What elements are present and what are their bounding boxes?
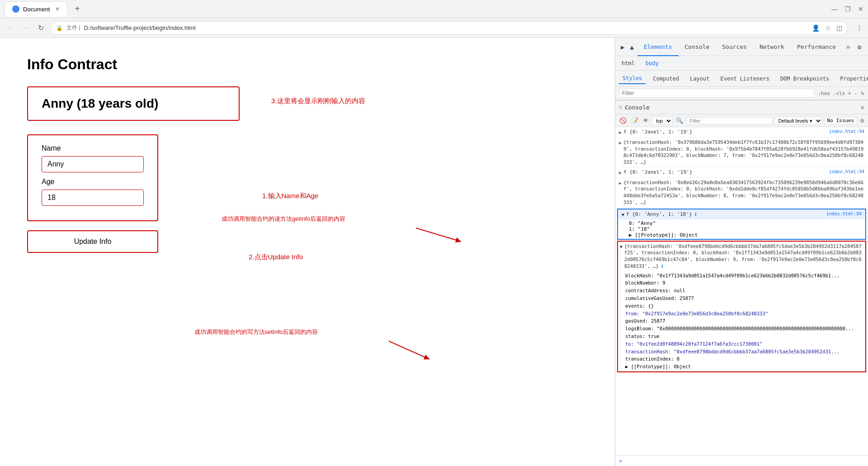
default-levels-select[interactable]: Default levels ▾: [774, 117, 822, 125]
styles-tab-dom-breakpoints[interactable]: DOM Breakpoints: [777, 74, 833, 84]
restore-button[interactable]: ❐: [845, 5, 851, 13]
annotation-write-result: 成功调用智能合约的写方法setInfo后返回的内容: [194, 328, 318, 336]
address-bar: ← → ↻ 🔒 文件 | D:/software/Truffle-project…: [0, 18, 868, 38]
read-arrow: [416, 219, 470, 246]
tab-favicon: [12, 5, 19, 13]
browser-titlebar: Document ✕ + — ❐ ✕: [0, 0, 868, 18]
console-header: ⠿ Console ✕: [615, 100, 868, 114]
expand-arrow[interactable]: ▶: [619, 140, 622, 146]
new-tab-button[interactable]: +: [71, 4, 84, 14]
tab-elements[interactable]: Elements: [637, 38, 679, 56]
page-title: Info Contract: [27, 56, 588, 73]
styles-tab-layout[interactable]: Layout: [686, 74, 713, 84]
display-box: Anny (18 years old): [27, 86, 240, 121]
styles-tab-styles[interactable]: Styles: [619, 73, 646, 84]
star-icon[interactable]: ☆: [825, 24, 831, 32]
expand-arrow[interactable]: ▶: [619, 129, 622, 136]
tab-console[interactable]: Console: [679, 38, 716, 56]
console-filter-icon[interactable]: 🔍: [675, 116, 684, 125]
console-entry: ▶ f {0: 'Janel', 1: '19'} index.html:94: [615, 167, 868, 178]
address-input[interactable]: 🔒 文件 | D:/software/Truffle-project/begin…: [50, 21, 848, 35]
annotation-read-result: 成功调用智能合约的读方法getInfo后返回的内容: [222, 214, 345, 223]
extensions-icon[interactable]: ◫: [836, 24, 842, 32]
address-icons: 👤 ☆ ◫: [812, 24, 842, 32]
forward-button[interactable]: →: [21, 22, 32, 34]
dom-body[interactable]: body: [643, 58, 661, 68]
transaction-details: blockHash: "0x1f71343a9d051a1547a4cd49f0…: [618, 271, 865, 371]
console-entry-expanded: 0: "Anny" 1: "18" ▶ [[Prototype]]: Objec…: [618, 219, 865, 239]
console-text: f {0: 'Janel', 1: '19'}: [623, 169, 827, 176]
expand-arrow[interactable]: ▼: [622, 212, 624, 218]
console-source-link[interactable]: index.html:94: [826, 211, 862, 217]
form-section: Name Age: [27, 134, 158, 221]
close-button[interactable]: ✕: [858, 5, 863, 13]
tab-network[interactable]: Network: [753, 38, 791, 56]
annotation-step3: 3.这里将会显示刚刚输入的内容: [271, 97, 365, 105]
styles-tab-properties[interactable]: Properties: [836, 74, 868, 84]
console-entry-transaction: ▼ {transactionHash: '0xdfeee8798bddcd9d6…: [618, 242, 865, 271]
devtools-panel: ▶ ▲ Elements Console Sources Network Per…: [615, 38, 868, 466]
console-entry: ▶ {transactionHash: '0x379686da3e7595434…: [615, 138, 868, 167]
console-settings-icon[interactable]: ⚙: [859, 116, 865, 125]
dom-bar: html body: [615, 56, 868, 71]
console-close-button[interactable]: ✕: [861, 104, 864, 111]
console-drag-icon[interactable]: ⠿: [619, 105, 622, 110]
styles-tab-event-listeners[interactable]: Event Listeners: [717, 74, 773, 84]
browser-menu-icon[interactable]: ⋮: [856, 24, 863, 32]
more-tabs-button[interactable]: »: [842, 43, 854, 51]
hov-cls-label: :hov .cls + -: [818, 90, 857, 96]
console-text: {transactionHash: '0xdfeee8798bddcd9d6cb…: [624, 243, 863, 270]
console-source-link[interactable]: index.html:94: [829, 169, 864, 175]
window-controls: — ❐ ✕: [831, 5, 863, 13]
main-content: Info Contract Anny (18 years old) Name A…: [0, 38, 868, 466]
console-entry: ▶ f {0: 'Janel', 1: '19'} index.html:94: [615, 127, 868, 138]
styles-filter-input[interactable]: [619, 89, 814, 98]
expand-arrow[interactable]: ▶: [619, 180, 622, 186]
expand-arrow[interactable]: ▼: [620, 244, 623, 250]
tab-title: Document: [23, 6, 50, 13]
styles-bar: Styles Computed Layout Event Listeners D…: [615, 71, 868, 87]
console-text: f {0: 'Janel', 1: '19'}: [623, 128, 827, 135]
filter-bar: :hov .cls + - ✎: [615, 87, 868, 100]
tab-sources[interactable]: Sources: [716, 38, 753, 56]
console-eye-icon[interactable]: 👁: [642, 116, 650, 125]
tab-close-button[interactable]: ✕: [55, 6, 60, 12]
console-output[interactable]: ▶ f {0: 'Janel', 1: '19'} index.html:94 …: [615, 127, 868, 455]
tab-performance[interactable]: Performance: [791, 38, 842, 56]
svg-line-0: [416, 228, 461, 242]
settings-icon[interactable]: ⚙: [856, 42, 863, 52]
minimize-button[interactable]: —: [831, 5, 838, 13]
console-filter-input[interactable]: [686, 117, 773, 124]
console-source-link[interactable]: index.html:94: [829, 128, 864, 135]
inspect-icon[interactable]: ▶: [619, 42, 626, 52]
dom-html[interactable]: html: [619, 58, 637, 68]
styles-tab-computed[interactable]: Computed: [649, 74, 683, 84]
annotation-step2: 2.点击Update Info: [249, 253, 303, 262]
age-label: Age: [42, 178, 144, 186]
reload-button[interactable]: ↻: [36, 22, 46, 34]
tab-bar: Document ✕ +: [5, 1, 84, 17]
add-style-icon[interactable]: ✎: [861, 90, 864, 97]
devtools-more-icon[interactable]: ⋮: [865, 42, 868, 52]
update-button[interactable]: Update Info: [27, 230, 158, 253]
device-icon[interactable]: ▲: [628, 42, 635, 52]
name-input[interactable]: [42, 156, 144, 172]
console-text: {transactionHash: '0x8eb26c29a0e8a5ea030…: [623, 179, 864, 206]
top-select[interactable]: top: [652, 117, 673, 125]
browser-tab[interactable]: Document ✕: [5, 1, 67, 17]
console-clear-icon[interactable]: 🚫: [618, 116, 628, 125]
highlighted-entry: ▼ f {0: 'Anny', 1: '18'} ℹ index.html:94…: [617, 209, 866, 240]
display-value: Anny (18 years old): [42, 96, 225, 111]
age-input[interactable]: [42, 190, 144, 206]
console-entry: ▶ {transactionHash: '0x8eb26c29a0e8a5ea0…: [615, 178, 868, 208]
devtools-tabs: Elements Console Sources Network Perform…: [637, 38, 854, 56]
console-log-icon[interactable]: 📝: [630, 116, 640, 125]
profile-icon[interactable]: 👤: [812, 24, 820, 32]
no-issues-badge: No Issues: [824, 117, 858, 124]
back-button[interactable]: ←: [5, 22, 16, 34]
expand-arrow[interactable]: ▶: [619, 170, 622, 176]
console-prompt: >: [615, 455, 868, 466]
url-display: D:/software/Truffle-project/begin/index.…: [84, 24, 195, 31]
name-label: Name: [42, 144, 144, 152]
console-text: {transactionHash: '0x379686da3e7595434de…: [623, 139, 864, 166]
